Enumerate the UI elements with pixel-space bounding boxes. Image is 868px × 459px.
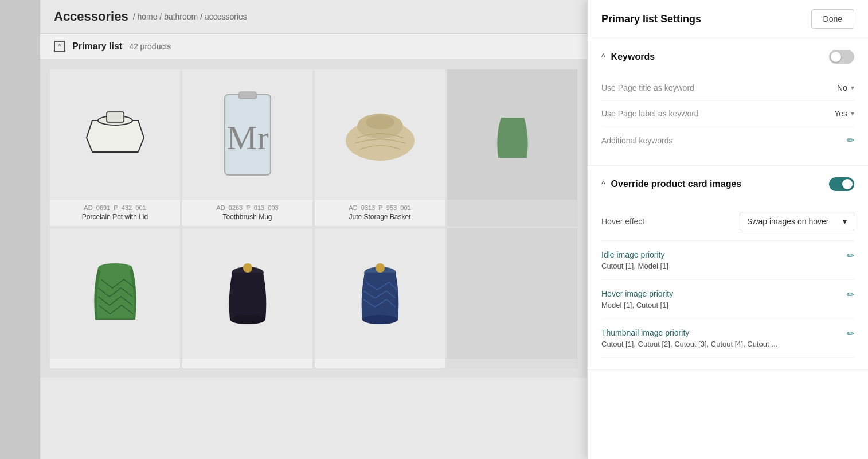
override-section-title: Override product card images xyxy=(611,179,742,189)
additional-keywords-label: Additional keywords xyxy=(601,136,673,145)
hover-effect-label: Hover effect xyxy=(601,217,644,226)
svg-point-9 xyxy=(98,263,132,273)
product-card[interactable]: AD_0691_P_432_001 Porcelain Pot with Lid xyxy=(49,69,181,227)
override-section: ^ Override product card images Hover eff… xyxy=(588,166,868,370)
product-card[interactable] xyxy=(49,228,181,368)
product-info: AD_0263_P_013_003 Toothbrush Mug xyxy=(182,200,312,226)
settings-panel: Primary list Settings Done ^ Keywords Us… xyxy=(587,0,868,459)
override-chevron-icon[interactable]: ^ xyxy=(601,180,605,189)
idle-image-edit-icon[interactable]: ✏ xyxy=(847,250,854,261)
product-image xyxy=(50,69,180,200)
product-name: Porcelain Pot with Lid xyxy=(82,213,148,221)
idle-image-info: Idle image priority Cutout [1], Model [1… xyxy=(601,250,668,270)
idle-image-value: Cutout [1], Model [1] xyxy=(601,262,668,270)
idle-image-row: Idle image priority Cutout [1], Model [1… xyxy=(601,241,854,280)
thumbnail-image-row: Thumbnail image priority Cutout [1], Cut… xyxy=(601,319,854,358)
additional-keywords-row: Additional keywords ✏ xyxy=(601,127,854,154)
hover-image-title: Hover image priority xyxy=(601,289,673,298)
use-page-label-row: Use Page label as keyword Yes ▾ xyxy=(601,101,854,127)
list-collapse-toggle[interactable]: ^ xyxy=(54,41,65,52)
svg-point-12 xyxy=(230,315,265,324)
override-section-header: ^ Override product card images xyxy=(601,177,854,191)
use-page-title-label: Use Page title as keyword xyxy=(601,83,694,92)
idle-image-title: Idle image priority xyxy=(601,250,668,259)
page-title: Accessories xyxy=(54,9,128,24)
product-sku: AD_0263_P_013_003 xyxy=(187,204,308,211)
product-info xyxy=(447,200,577,209)
hover-image-value: Model [1], Cutout [1] xyxy=(601,301,673,309)
product-name: Jute Storage Basket xyxy=(349,213,410,221)
product-sku: AD_0313_P_953_001 xyxy=(319,204,440,211)
use-page-title-row: Use Page title as keyword No ▾ xyxy=(601,75,854,101)
list-count: 42 products xyxy=(129,42,171,51)
override-header-left: ^ Override product card images xyxy=(601,179,741,189)
svg-rect-2 xyxy=(107,112,124,122)
hover-effect-row: Hover effect Swap images on hover ▾ xyxy=(601,203,854,241)
product-info xyxy=(182,359,312,368)
hover-image-row: Hover image priority Model [1], Cutout [… xyxy=(601,280,854,319)
done-button[interactable]: Done xyxy=(811,9,854,29)
keywords-toggle-knob xyxy=(831,52,841,62)
product-name: Toothbrush Mug xyxy=(222,213,272,221)
additional-keywords-edit-icon[interactable]: ✏ xyxy=(847,135,854,146)
svg-point-14 xyxy=(376,263,385,273)
product-card[interactable] xyxy=(182,228,313,368)
product-info xyxy=(50,359,180,368)
use-page-label-label: Use Page label as keyword xyxy=(601,109,699,118)
left-panel: Accessories / home / bathroom / accessor… xyxy=(40,0,587,459)
product-image: Mr xyxy=(182,69,312,200)
product-sku: AD_0691_P_432_001 xyxy=(54,204,175,211)
settings-panel-title: Primary list Settings xyxy=(601,13,701,25)
list-title: Primary list xyxy=(72,41,122,52)
products-grid: AD_0691_P_432_001 Porcelain Pot with Lid… xyxy=(40,60,587,378)
keywords-section-title: Keywords xyxy=(611,52,655,62)
use-page-title-text: No xyxy=(837,83,847,92)
settings-header: Primary list Settings Done xyxy=(588,0,868,38)
svg-point-11 xyxy=(243,263,252,273)
product-card[interactable] xyxy=(447,228,578,368)
thumbnail-image-value: Cutout [1], Cutout [2], Cutout [3], Cuto… xyxy=(601,340,777,348)
product-image xyxy=(315,69,445,200)
svg-point-8 xyxy=(366,115,394,129)
product-card[interactable]: AD_0313_P_953_001 Jute Storage Basket xyxy=(314,69,445,227)
svg-text:Mr: Mr xyxy=(226,119,268,157)
product-image xyxy=(182,228,312,359)
use-page-label-dropdown-arrow: ▾ xyxy=(851,110,854,118)
settings-body: ^ Keywords Use Page title as keyword No … xyxy=(588,38,868,459)
product-image xyxy=(447,228,577,359)
hover-effect-select[interactable]: Swap images on hover ▾ xyxy=(740,212,854,231)
svg-rect-5 xyxy=(239,92,256,99)
product-info: AD_0691_P_432_001 Porcelain Pot with Lid xyxy=(50,200,180,226)
breadcrumb: / home / bathroom / accessories xyxy=(133,12,247,21)
keywords-toggle[interactable] xyxy=(829,50,854,64)
product-info xyxy=(315,359,445,368)
keywords-chevron-icon[interactable]: ^ xyxy=(601,52,605,61)
thumbnail-image-info: Thumbnail image priority Cutout [1], Cut… xyxy=(601,328,777,348)
thumbnail-image-title: Thumbnail image priority xyxy=(601,328,777,337)
use-page-label-value[interactable]: Yes ▾ xyxy=(834,109,854,118)
product-image xyxy=(447,69,577,200)
svg-point-15 xyxy=(362,315,398,324)
list-header: ^ Primary list 42 products xyxy=(40,34,587,60)
use-page-title-value[interactable]: No ▾ xyxy=(837,83,854,92)
override-toggle[interactable] xyxy=(829,177,854,191)
keywords-header-left: ^ Keywords xyxy=(601,52,655,62)
product-card[interactable] xyxy=(447,69,578,227)
hover-image-info: Hover image priority Model [1], Cutout [… xyxy=(601,289,673,309)
thumbnail-image-edit-icon[interactable]: ✏ xyxy=(847,328,854,339)
override-toggle-knob xyxy=(842,179,853,189)
product-card[interactable]: Mr AD_0263_P_013_003 Toothbrush Mug xyxy=(182,69,313,227)
product-image xyxy=(50,228,180,359)
hover-effect-dropdown-arrow: ▾ xyxy=(843,217,847,226)
page-header: Accessories / home / bathroom / accessor… xyxy=(40,0,587,34)
keywords-section-header: ^ Keywords xyxy=(601,50,854,64)
product-info: AD_0313_P_953_001 Jute Storage Basket xyxy=(315,200,445,226)
keywords-section: ^ Keywords Use Page title as keyword No … xyxy=(588,38,868,166)
use-page-title-dropdown-arrow: ▾ xyxy=(851,84,854,92)
use-page-label-text: Yes xyxy=(834,109,847,118)
hover-effect-value: Swap images on hover xyxy=(747,217,828,226)
hover-image-edit-icon[interactable]: ✏ xyxy=(847,289,854,300)
product-card[interactable] xyxy=(314,228,445,368)
product-image xyxy=(315,228,445,359)
